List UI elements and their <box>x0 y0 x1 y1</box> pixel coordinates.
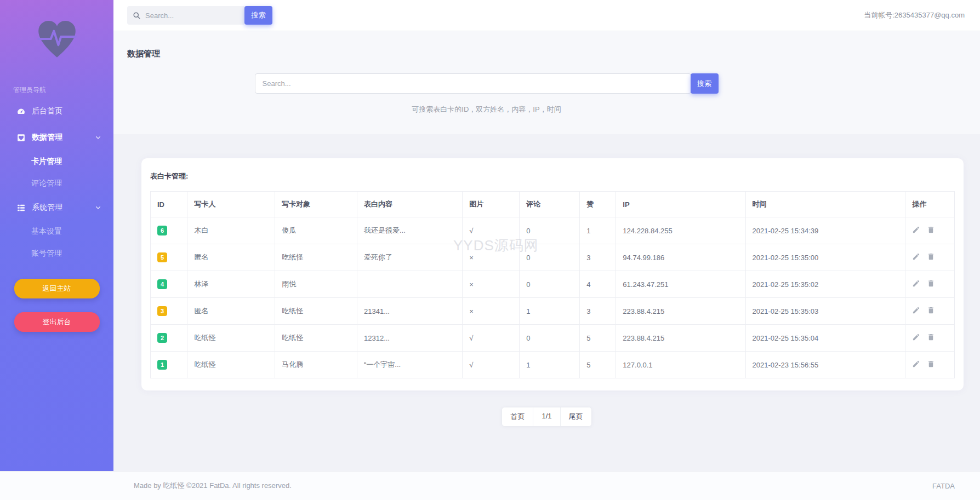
page-title: 数据管理 <box>113 31 980 59</box>
cell-writer: 吃纸怪 <box>187 325 275 352</box>
cell-content: 21341... <box>357 298 462 325</box>
cell-id: 3 <box>151 298 187 325</box>
cell-comments: 1 <box>520 298 580 325</box>
sidebar: 管理员导航 后台首页 数据管理 卡片管理 评论管理 系统管理 <box>0 0 113 471</box>
cell-image: × <box>463 244 520 271</box>
table-row: 4林泽雨悦×0461.243.47.2512021-02-25 15:35:02 <box>151 271 955 298</box>
chevron-down-icon <box>95 134 101 141</box>
delete-icon[interactable] <box>927 306 935 316</box>
footer: Made by 吃纸怪 ©2021 FatDa. All rights rese… <box>0 471 980 500</box>
cell-comments: 1 <box>520 352 580 378</box>
cell-likes: 5 <box>580 352 616 378</box>
topbar-search-input[interactable] <box>145 12 239 20</box>
cell-likes: 3 <box>580 244 616 271</box>
topbar-search-input-wrap <box>127 6 244 25</box>
table-row: 1吃纸怪马化腾“一个宇宙...√15127.0.0.12021-02-23 15… <box>151 352 955 378</box>
cell-time: 2021-02-25 15:35:00 <box>745 244 905 271</box>
delete-icon[interactable] <box>927 333 935 343</box>
cell-content: 爱死你了 <box>357 244 462 271</box>
footer-copyright: Made by 吃纸怪 ©2021 FatDa. All rights rese… <box>134 481 292 491</box>
column-header: 时间 <box>745 192 905 217</box>
cell-writer: 匿名 <box>187 244 275 271</box>
cell-id: 5 <box>151 244 187 271</box>
main-search-input[interactable] <box>255 73 691 94</box>
cell-actions <box>905 298 955 325</box>
topbar-search-button[interactable]: 搜索 <box>244 6 272 25</box>
cell-likes: 4 <box>580 271 616 298</box>
cell-comments: 0 <box>520 244 580 271</box>
delete-icon[interactable] <box>927 279 935 289</box>
cell-comments: 0 <box>520 271 580 298</box>
table-row: 3匿名吃纸怪21341...×13223.88.4.2152021-02-25 … <box>151 298 955 325</box>
cell-target: 雨悦 <box>275 271 357 298</box>
dashboard-icon <box>16 107 26 116</box>
id-badge: 5 <box>157 252 167 262</box>
cell-likes: 1 <box>580 217 616 244</box>
cell-comments: 0 <box>520 217 580 244</box>
cell-ip: 94.74.99.186 <box>616 244 745 271</box>
cell-ip: 223.88.4.215 <box>616 298 745 325</box>
pagination-first-page[interactable]: 首页 <box>502 407 533 426</box>
sidebar-item-dashboard[interactable]: 后台首页 <box>0 98 113 124</box>
edit-icon[interactable] <box>912 360 920 370</box>
cell-time: 2021-02-25 15:35:02 <box>745 271 905 298</box>
cell-ip: 124.228.84.255 <box>616 217 745 244</box>
sidebar-item-comment-management[interactable]: 评论管理 <box>0 173 113 194</box>
column-header: ID <box>151 192 187 217</box>
edit-icon[interactable] <box>912 226 920 235</box>
cell-actions <box>905 217 955 244</box>
column-header: 写卡对象 <box>275 192 357 217</box>
cell-id: 6 <box>151 217 187 244</box>
main-search-button[interactable]: 搜索 <box>691 73 719 94</box>
sidebar-item-data-management[interactable]: 数据管理 <box>0 124 113 151</box>
cell-actions <box>905 271 955 298</box>
cell-ip: 127.0.0.1 <box>616 352 745 378</box>
footer-brand: FATDA <box>932 482 955 490</box>
cell-target: 吃纸怪 <box>275 325 357 352</box>
cell-actions <box>905 352 955 378</box>
cell-time: 2021-02-25 15:34:39 <box>745 217 905 244</box>
chevron-down-icon <box>95 204 101 211</box>
pagination: 首页 1/1 尾页 <box>502 407 591 427</box>
table-row: 5匿名吃纸怪爱死你了×0394.74.99.1862021-02-25 15:3… <box>151 244 955 271</box>
cell-target: 吃纸怪 <box>275 244 357 271</box>
topbar: 搜索 当前帐号:2635435377@qq.com <box>113 0 980 31</box>
sidebar-item-basic-settings[interactable]: 基本设置 <box>0 221 113 243</box>
cell-writer: 吃纸怪 <box>187 352 275 378</box>
edit-icon[interactable] <box>912 306 920 316</box>
delete-icon[interactable] <box>927 360 935 370</box>
search-zone: 数据管理 搜索 可搜索表白卡的ID，双方姓名，内容，IP，时间 <box>113 31 980 134</box>
delete-icon[interactable] <box>927 226 935 235</box>
cell-image: × <box>463 298 520 325</box>
column-header: IP <box>616 192 745 217</box>
pagination-last-page[interactable]: 尾页 <box>561 407 591 426</box>
edit-icon[interactable] <box>912 279 920 289</box>
sidebar-nav: 后台首页 数据管理 卡片管理 评论管理 系统管理 基本设置 账号管理 <box>0 98 113 265</box>
cell-writer: 匿名 <box>187 298 275 325</box>
return-main-site-button[interactable]: 返回主站 <box>14 279 100 298</box>
table-header-row: ID写卡人写卡对象表白内容图片评论赞IP时间操作 <box>151 192 955 217</box>
edit-icon[interactable] <box>912 252 920 262</box>
id-badge: 6 <box>157 226 167 235</box>
table-body: 6木白傻瓜我还是很爱...√01124.228.84.2552021-02-25… <box>151 217 955 378</box>
id-badge: 1 <box>157 360 167 370</box>
cell-content: 12312... <box>357 325 462 352</box>
cell-content: “一个宇宙... <box>357 352 462 378</box>
logout-button[interactable]: 登出后台 <box>14 312 100 332</box>
sidebar-item-system-management[interactable]: 系统管理 <box>0 194 113 221</box>
logo-heart-pulse-icon <box>0 19 113 61</box>
sidebar-item-label: 后台首页 <box>32 106 62 116</box>
cell-time: 2021-02-23 15:56:55 <box>745 352 905 378</box>
edit-icon[interactable] <box>912 333 920 343</box>
sidebar-item-account-management[interactable]: 账号管理 <box>0 243 113 265</box>
sidebar-item-card-management[interactable]: 卡片管理 <box>0 151 113 173</box>
cell-time: 2021-02-25 15:35:03 <box>745 298 905 325</box>
card-heart-icon <box>16 133 26 142</box>
list-icon <box>16 203 26 212</box>
topbar-search: 搜索 <box>127 6 272 25</box>
cell-writer: 木白 <box>187 217 275 244</box>
delete-icon[interactable] <box>927 252 935 262</box>
search-icon <box>133 12 141 20</box>
cell-actions <box>905 325 955 352</box>
cards-table: ID写卡人写卡对象表白内容图片评论赞IP时间操作 6木白傻瓜我还是很爱...√0… <box>150 191 955 378</box>
